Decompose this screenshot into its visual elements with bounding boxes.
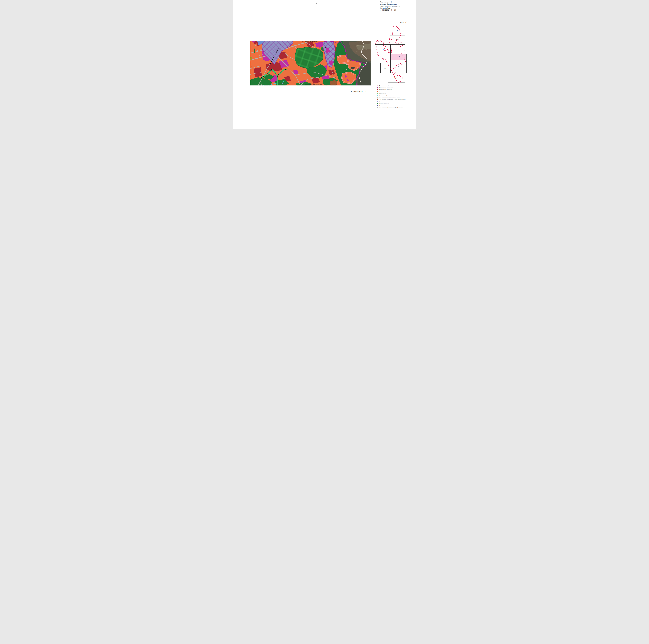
sheet-title: Лист 1.7 bbox=[400, 21, 407, 23]
page-number: 4 bbox=[316, 2, 317, 5]
legend-row: Прочие зоны bbox=[377, 93, 405, 95]
sheet-number: 1.8 bbox=[384, 68, 386, 69]
legend-label: Зоны акваторий bbox=[379, 95, 387, 96]
legend-label: Зоны сельскохозяйственного использования bbox=[379, 97, 400, 98]
sheet-number: 1.7 bbox=[398, 56, 399, 58]
index-sheet-1-7-highlighted: 1.7 bbox=[390, 54, 406, 60]
sheet-number: 1.2 bbox=[396, 30, 398, 32]
index-sheet-1-10: 1.10 bbox=[388, 73, 405, 82]
sheet-index-map: 1.2 1.3 1.4 1.5 1.6 1.7 1.8 1.9 1.10 bbox=[373, 24, 412, 84]
index-sheet-1-8: 1.8 bbox=[381, 63, 390, 73]
legend-row: Производственные зоны bbox=[377, 105, 405, 107]
legend-label: Муниципальные образования bbox=[379, 85, 393, 86]
order-number-sign: № bbox=[391, 9, 392, 11]
color-swatch-icon bbox=[377, 95, 378, 96]
index-sheet-1-3: 1.3 bbox=[390, 35, 405, 44]
legend-label: Зоны инженерной и транспортной инфрастру… bbox=[379, 107, 403, 108]
sheet-number: 1.5 bbox=[396, 49, 398, 50]
document-page: 4 Приложение № 2 к приказу Департамента … bbox=[233, 0, 416, 129]
map-legend: Муниципальные образования Общественно- д… bbox=[377, 85, 405, 109]
order-date: 01.12.2025 bbox=[382, 9, 390, 11]
legend-label: Производственные зоны bbox=[379, 105, 391, 106]
sheet-number: 1.10 bbox=[394, 77, 397, 78]
color-swatch-icon bbox=[377, 87, 378, 88]
sheet-number: 1.4 bbox=[382, 49, 384, 50]
map-edge-label-left: совмещается с приложением 1.6 bbox=[250, 49, 252, 75]
index-sheet-1-4: 1.4 bbox=[375, 44, 390, 54]
index-sheet-1-5: 1.5 bbox=[390, 44, 405, 54]
legend-label: Общественно- жилые зоны bbox=[379, 89, 392, 90]
index-sheet-1-9: 1.9 bbox=[390, 60, 406, 73]
order-header: Приложение № 2 к приказу Департамента гр… bbox=[380, 1, 400, 11]
color-swatch-icon bbox=[377, 99, 378, 100]
map-special-purpose-zone bbox=[282, 83, 283, 84]
legend-row: Рекреационные зоны bbox=[377, 103, 405, 105]
zoning-map-canvas bbox=[250, 41, 371, 85]
legend-label: Прочие зоны bbox=[379, 93, 386, 94]
legend-row: Зоны специального назначения bbox=[377, 100, 405, 103]
map-other-zone bbox=[333, 63, 334, 65]
legend-label: Рекреационные зоны bbox=[379, 103, 389, 104]
legend-row: Жилые зоны bbox=[377, 91, 405, 93]
header-line-4: Томской области bbox=[380, 7, 400, 9]
color-swatch-icon bbox=[377, 103, 378, 105]
header-line-1: Приложение № 2 bbox=[380, 1, 400, 3]
color-swatch-icon bbox=[377, 107, 378, 108]
sheet-number: 1.3 bbox=[396, 39, 398, 41]
order-number: 126 bbox=[393, 9, 399, 11]
legend-row: Зоны сельскохозяйственного использования bbox=[377, 97, 405, 98]
index-sheet-1-2: 1.2 bbox=[390, 25, 405, 35]
legend-label: Общественно- деловые зоны bbox=[379, 87, 393, 88]
legend-label: Жилые зоны bbox=[379, 91, 385, 92]
index-sheet-1-6: 1.6 bbox=[375, 54, 390, 63]
order-date-prefix: от bbox=[380, 9, 381, 11]
map-edge-label-bottom: совмещается с приложением 1.9 bbox=[305, 84, 322, 85]
color-swatch-icon bbox=[377, 105, 378, 106]
color-swatch-icon bbox=[377, 91, 378, 92]
header-line-2: к приказу Департамента bbox=[380, 3, 400, 5]
color-swatch-icon bbox=[377, 89, 378, 90]
legend-row: Зоны инженерной и транспортной инфрастру… bbox=[377, 107, 405, 109]
color-swatch-icon bbox=[377, 93, 378, 94]
legend-row: Общественно- деловые зоны bbox=[377, 87, 405, 89]
legend-row: Зоны военных объектов и иных режимных те… bbox=[377, 99, 405, 100]
municipality-outline-swatch-icon bbox=[377, 85, 378, 86]
legend-label: Зоны военных объектов и иных режимных те… bbox=[379, 99, 405, 100]
header-line-5: от 01.12.2025 № 126 bbox=[380, 9, 400, 11]
color-swatch-icon bbox=[377, 97, 378, 98]
legend-row: Зоны акваторий bbox=[377, 95, 405, 97]
header-line-3: градостроительного развития bbox=[380, 5, 400, 7]
color-swatch-icon bbox=[377, 101, 378, 103]
sheet-number: 1.9 bbox=[398, 65, 399, 67]
legend-label: Зоны специального назначения bbox=[379, 101, 394, 103]
map-scale-label: Масштаб 1:40 000 bbox=[351, 90, 366, 93]
legend-row: Общественно- жилые зоны bbox=[377, 89, 405, 91]
zoning-map: совмещается с приложением 1.5 совмещаетс… bbox=[250, 41, 371, 85]
map-edge-label-top: совмещается с приложением 1.5 bbox=[302, 41, 319, 42]
legend-row-municipalities: Муниципальные образования bbox=[377, 85, 405, 87]
sheet-number: 1.6 bbox=[382, 58, 384, 59]
